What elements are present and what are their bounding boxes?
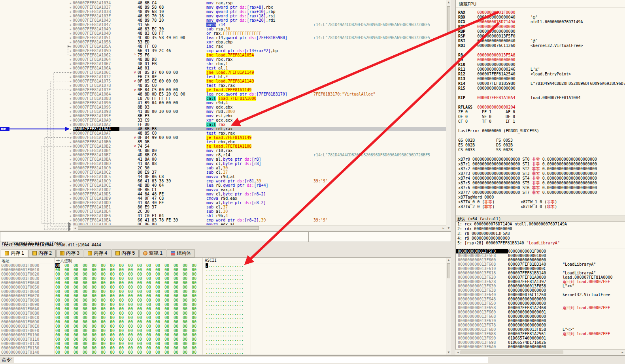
dump-byte[interactable]: 00 <box>92 307 96 311</box>
dump-byte[interactable]: 00 <box>119 333 124 337</box>
dump-byte[interactable]: 00 <box>64 302 69 307</box>
dump-byte[interactable]: 00 <box>110 341 115 346</box>
register-row[interactable]: RCX 0000000076D7149Antdll.0000000076D714… <box>456 20 625 24</box>
breakpoint-dot[interactable]: ● <box>0 131 73 135</box>
stack-row[interactable]: 000000000013F6380000000000000000 <box>456 288 625 293</box>
dump-byte[interactable]: 00 <box>192 346 196 350</box>
dump-byte[interactable]: 00 <box>92 272 96 276</box>
dump-byte[interactable]: 00 <box>137 289 142 294</box>
dump-byte[interactable]: 00 <box>155 333 160 337</box>
dump-byte[interactable]: 00 <box>137 311 142 315</box>
dump-byte[interactable]: 00 <box>137 302 142 307</box>
dump-byte[interactable]: 00 <box>192 298 196 302</box>
dump-byte[interactable]: 00 <box>119 346 124 350</box>
dump-row[interactable]: 00000000001F0100000000000000000000000000… <box>0 333 451 337</box>
tab-内存-1[interactable]: 内存 1 <box>1 249 28 257</box>
dump-byte[interactable]: 00 <box>174 272 178 276</box>
dump-vscroll-thumb[interactable] <box>447 263 450 278</box>
dump-byte[interactable]: 00 <box>183 346 187 350</box>
disassembly-pane[interactable]: ●000007FEF81A103448 8B C4mov rax,rsp●000… <box>0 0 451 231</box>
dump-byte[interactable]: 00 <box>128 341 133 346</box>
dump-byte[interactable]: 00 <box>164 350 169 355</box>
dump-byte[interactable]: 00 <box>128 272 133 276</box>
dump-byte[interactable]: 00 <box>155 341 160 346</box>
breakpoint-dot[interactable]: ● <box>0 40 73 44</box>
dump-byte[interactable]: 00 <box>83 302 87 307</box>
dump-byte[interactable]: 00 <box>83 346 87 350</box>
dump-byte[interactable]: 00 <box>83 289 87 294</box>
dump-byte[interactable]: 00 <box>192 268 196 272</box>
dump-byte[interactable]: 00 <box>146 346 151 350</box>
disasm-row[interactable]: ●000007FEF81A106748 D1 EBshr rbx,1 <box>0 62 451 66</box>
dump-byte[interactable]: 00 <box>155 337 160 341</box>
dump-row[interactable]: 00000000001F0030000000000000000000000000… <box>0 276 451 281</box>
disasm-row[interactable]: ●000007FEF81A103448 8B C4mov rax,rsp <box>0 1 451 5</box>
breakpoint-dot[interactable]: ● <box>0 209 73 214</box>
breakpoint-dot[interactable]: ● <box>0 79 73 83</box>
dump-row[interactable]: 00000000001F0050000000000000000000000000… <box>0 285 451 289</box>
disasm-row[interactable]: ●000007FEF81A10AAv0F 84 99 00 00 00je lo… <box>0 135 451 140</box>
dump-byte[interactable]: 00 <box>155 315 160 320</box>
dump-byte[interactable]: 00 <box>146 285 151 289</box>
dump-byte[interactable]: 00 <box>192 281 196 285</box>
dump-byte[interactable]: 00 <box>92 350 96 355</box>
dump-byte[interactable]: 00 <box>155 328 160 333</box>
breakpoint-dot[interactable]: ● <box>0 36 73 40</box>
dump-byte[interactable]: 00 <box>137 315 142 320</box>
stack-row[interactable]: 000000000013F610000000000000000C <box>456 266 625 271</box>
dump-byte[interactable]: 00 <box>164 272 169 276</box>
dump-byte[interactable]: 00 <box>137 324 142 328</box>
dump-byte[interactable]: 00 <box>174 333 178 337</box>
disasm-row[interactable]: ●000007FEF81A10E180 E9 37sub cl,37 <box>0 205 451 209</box>
breakpoint-dot[interactable]: ● <box>0 31 73 36</box>
disasm-row[interactable]: ●000007FEF81A10A033 C9xor ecx,ecx <box>0 118 451 122</box>
disasm-row[interactable]: ●000007FEF81A10B085 DBtest ebx,ebx <box>0 140 451 144</box>
dump-byte[interactable]: 00 <box>83 333 87 337</box>
breakpoint-dot[interactable]: ● <box>0 109 73 114</box>
dump-byte[interactable]: 00 <box>128 281 133 285</box>
dump-byte[interactable]: 00 <box>192 307 196 311</box>
stack-row[interactable]: 000000000013F630000000000013F858L"<>" <box>456 284 625 288</box>
dump-byte[interactable]: 00 <box>92 289 96 294</box>
dump-byte[interactable]: 00 <box>110 289 115 294</box>
disasm-row[interactable]: ●000007FEF81A109841 B8 00 30 00 00mov r8… <box>0 109 451 114</box>
stack-pane[interactable]: 000000000013F5F000000000001F000000000000… <box>455 248 625 349</box>
dump-byte[interactable]: 00 <box>164 307 169 311</box>
breakpoint-dot[interactable]: ● <box>0 144 73 148</box>
dump-byte[interactable]: 00 <box>110 311 115 315</box>
dump-byte[interactable]: 00 <box>92 324 96 328</box>
dump-byte[interactable]: 00 <box>119 350 124 355</box>
disasm-row[interactable]: ●000007FEF81A10514C 8D 35 58 49 01 00lea… <box>0 36 451 40</box>
stack-row[interactable]: 000000000013F6A00000000000000000 <box>456 345 625 349</box>
dump-byte[interactable]: 00 <box>64 289 69 294</box>
dump-byte[interactable]: 00 <box>146 298 151 302</box>
stack-row[interactable]: 000000000013F6480000000000000000 <box>456 297 625 301</box>
dump-byte[interactable]: 00 <box>55 341 60 346</box>
tab-内存-5[interactable]: 内存 5 <box>111 249 139 257</box>
dump-byte[interactable]: 00 <box>64 276 69 281</box>
disasm-row[interactable]: ●000007FEF81A1072F6 C3 0Ftest bl,F <box>0 75 451 79</box>
dump-byte[interactable]: 00 <box>110 307 115 311</box>
dump-byte[interactable]: 00 <box>83 298 87 302</box>
dump-byte[interactable]: 00 <box>119 315 124 320</box>
dump-byte[interactable]: 00 <box>101 276 106 281</box>
dump-byte[interactable]: 00 <box>92 311 96 315</box>
breakpoint-dot[interactable]: ● <box>0 1 73 5</box>
scroll-down-icon[interactable]: ▼ <box>446 226 451 231</box>
breakpoint-dot[interactable]: ● <box>0 105 73 109</box>
dump-row[interactable]: 00000000001F00C0000000000000000000000000… <box>0 315 451 320</box>
dump-byte[interactable]: 00 <box>119 272 124 276</box>
dump-byte[interactable]: 00 <box>146 272 151 276</box>
dump-row[interactable]: 00000000001F0040000000000000000000000000… <box>0 281 451 285</box>
disasm-row[interactable]: ●000007FEF81A108BE8 70 FF FF FFcall load… <box>0 96 451 101</box>
disasm-row[interactable]: ●000007FEF81A103B48 89 68 10mov qword pt… <box>0 9 451 14</box>
dump-byte[interactable]: 00 <box>92 337 96 341</box>
disasm-row[interactable]: ●000007FEF81A10A2FF D0call rax <box>0 122 451 127</box>
dump-byte[interactable]: 00 <box>119 324 124 328</box>
scroll-up-icon[interactable]: ▲ <box>446 258 451 263</box>
dump-byte[interactable]: 00 <box>128 311 133 315</box>
dump-byte[interactable]: 00 <box>64 263 69 268</box>
dump-byte[interactable]: 00 <box>192 294 196 298</box>
dump-byte[interactable]: 00 <box>164 333 169 337</box>
dump-byte[interactable]: 00 <box>192 315 196 320</box>
